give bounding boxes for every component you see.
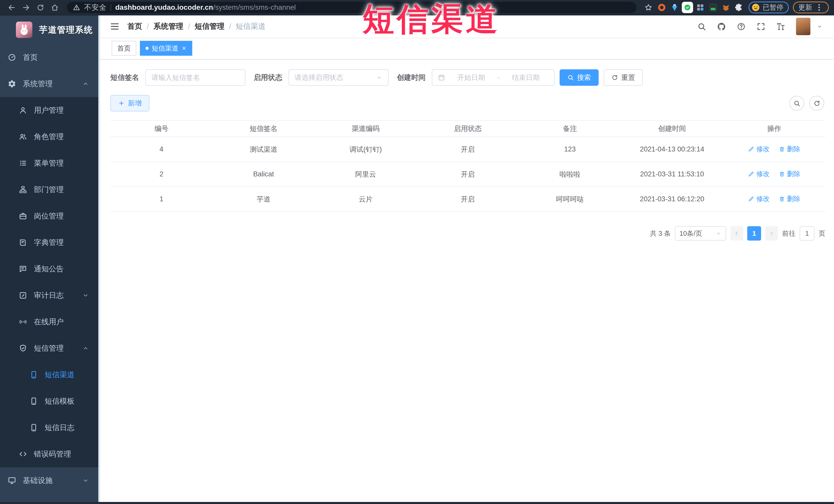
cell-created: 2021-03-31 06:12:20	[621, 187, 723, 212]
add-button[interactable]: 新增	[110, 95, 149, 111]
sidebar-item-label: 用户管理	[34, 105, 64, 115]
extension-icon-blue[interactable]	[669, 2, 680, 13]
edit-link[interactable]: 修改	[748, 194, 770, 203]
cell-id: 4	[110, 137, 213, 162]
extension-icon-green[interactable]	[682, 2, 693, 13]
sidebar-item-audit-log[interactable]: 审计日志	[0, 282, 100, 309]
breadcrumb-home[interactable]: 首页	[127, 21, 142, 31]
profile-paused-chip[interactable]: 已暂停	[748, 2, 789, 13]
sidebar-item-dept-mgmt[interactable]: 部门管理	[0, 176, 100, 203]
delete-link[interactable]: 删除	[779, 194, 800, 203]
extension-icon-orange[interactable]	[656, 2, 667, 13]
font-size-icon[interactable]	[776, 22, 785, 31]
not-secure-warning-icon	[73, 4, 80, 11]
sidebar-item-sms-channel[interactable]: 短信渠道	[0, 361, 100, 388]
edit-link[interactable]: 修改	[748, 170, 770, 178]
table-header-row: 编号短信签名渠道编码启用状态备注创建时间操作	[110, 120, 825, 137]
toggle-search-button[interactable]	[789, 96, 804, 111]
sms-shield-icon	[19, 344, 27, 352]
sidebar-item-label: 部门管理	[34, 184, 64, 195]
chevron-down-icon	[82, 292, 89, 299]
edit-link[interactable]: 修改	[748, 145, 770, 154]
goto-label: 前往	[782, 229, 795, 238]
page-size-select[interactable]: 10条/页	[675, 226, 726, 241]
browser-back-button[interactable]	[5, 1, 18, 14]
sidebar-item-online-users[interactable]: 在线用户	[0, 309, 100, 335]
extension-icon-grid[interactable]	[695, 2, 706, 13]
bookmark-star-icon[interactable]	[642, 3, 655, 12]
page-number-current[interactable]: 1	[747, 226, 761, 241]
start-date-placeholder[interactable]: 开始日期	[449, 73, 494, 82]
end-date-placeholder[interactable]: 结束日期	[503, 73, 549, 82]
sidebar-item-menu-mgmt[interactable]: 菜单管理	[0, 150, 100, 176]
tab-sms-channel[interactable]: 短信渠道	[140, 41, 192, 56]
fullscreen-icon[interactable]	[756, 22, 766, 31]
create-time-range-picker[interactable]: 开始日期 - 结束日期	[432, 69, 554, 86]
sidebar-item-sms-mgmt[interactable]: 短信管理	[0, 335, 100, 361]
announcement-icon	[19, 265, 27, 273]
breadcrumb-sms[interactable]: 短信管理	[195, 21, 224, 31]
browser-update-menu[interactable]: 更新	[793, 2, 829, 13]
app-logo[interactable]: 芋道管理系统	[0, 16, 100, 44]
tab-close-icon[interactable]	[181, 46, 186, 51]
avatar-caret-down-icon[interactable]	[816, 23, 823, 29]
sidebar-item-user-mgmt[interactable]: 用户管理	[0, 97, 100, 124]
browser-reload-button[interactable]	[34, 1, 47, 14]
sidebar-item-notice[interactable]: 通知公告	[0, 256, 100, 282]
reset-button[interactable]: 重置	[604, 69, 643, 86]
docs-help-icon[interactable]	[737, 22, 746, 31]
sidebar-item-role-mgmt[interactable]: 角色管理	[0, 124, 100, 150]
github-icon[interactable]	[717, 22, 726, 31]
sidebar-item-sms-log[interactable]: 短信日志	[0, 414, 100, 441]
sidebar-toggle-button[interactable]	[110, 22, 119, 31]
refresh-icon	[813, 100, 820, 107]
sidebar-item-system[interactable]: 系统管理	[0, 71, 100, 97]
prev-page-button[interactable]	[730, 226, 743, 241]
total-count-label: 共 3 条	[650, 229, 671, 238]
sidebar-item-error-code[interactable]: 错误码管理	[0, 441, 100, 467]
chevron-up-icon	[82, 81, 89, 87]
browser-forward-button[interactable]	[20, 1, 32, 14]
next-page-button[interactable]	[765, 226, 778, 241]
sidebar-item-label: 在线用户	[34, 317, 64, 327]
column-header: 启用状态	[417, 120, 519, 137]
url-host: dashboard.yudao.iocoder.cn	[115, 3, 213, 11]
sidebar-item-post-mgmt[interactable]: 岗位管理	[0, 203, 100, 229]
cell-created: 2021-03-31 11:53:10	[621, 162, 723, 187]
window-bottom-edge	[0, 502, 834, 504]
monitor-icon	[8, 476, 16, 485]
breadcrumb-system[interactable]: 系统管理	[154, 21, 183, 31]
sidebar-item-label: 短信渠道	[45, 370, 74, 380]
cell-actions: 修改 删除	[723, 137, 825, 162]
sidebar-item-dict-mgmt[interactable]: 字典管理	[0, 229, 100, 256]
dashboard-icon	[8, 53, 16, 62]
delete-link[interactable]: 删除	[779, 170, 800, 178]
calendar-icon	[438, 74, 445, 81]
goto-page-input[interactable]: 1	[799, 226, 814, 241]
cell-code: 阿里云	[315, 162, 417, 187]
user-avatar[interactable]	[796, 18, 810, 35]
column-header: 短信签名	[213, 120, 315, 137]
refresh-table-button[interactable]	[809, 96, 824, 111]
status-select[interactable]: 请选择启用状态	[288, 69, 389, 86]
browser-home-button[interactable]	[48, 1, 61, 14]
breadcrumb-separator: /	[147, 22, 149, 31]
search-button[interactable]: 搜索	[559, 69, 599, 86]
table-toolbar: 新增	[110, 95, 825, 111]
header-search-icon[interactable]	[697, 22, 706, 31]
sidebar-item-infrastructure[interactable]: 基础设施	[0, 467, 100, 494]
search-icon	[793, 100, 800, 107]
extension-icon-on-badge[interactable]	[707, 2, 719, 13]
sidebar-item-label: 审计日志	[34, 290, 64, 301]
delete-link[interactable]: 删除	[779, 145, 800, 154]
phone-icon	[29, 397, 38, 406]
browser-address-bar[interactable]: 不安全 dashboard.yudao.iocoder.cn/system/sm…	[67, 2, 637, 13]
edit-icon	[748, 171, 754, 177]
column-header: 备注	[519, 120, 621, 137]
tab-home[interactable]: 首页	[112, 41, 136, 56]
sign-input[interactable]: 请输入短信签名	[145, 69, 245, 86]
extension-icon-fox[interactable]	[720, 2, 731, 13]
sidebar-item-home[interactable]: 首页	[0, 44, 100, 71]
extensions-puzzle-icon[interactable]	[733, 2, 744, 13]
sidebar-item-sms-template[interactable]: 短信模板	[0, 388, 100, 414]
